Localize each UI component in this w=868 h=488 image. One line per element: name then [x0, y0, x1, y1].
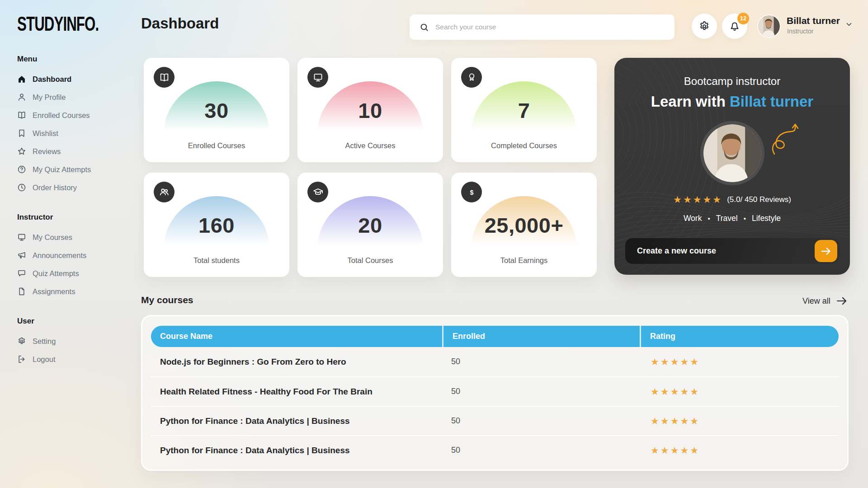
sidebar-item-announcements[interactable]: Announcements — [17, 246, 123, 264]
course-enrolled-cell: 50 — [442, 446, 640, 455]
sidebar-item-wishlist[interactable]: Wishlist — [17, 124, 123, 142]
sidebar-item-assignments[interactable]: Assignments — [17, 282, 123, 300]
rating-text: (5.0/ 450 Reviews) — [727, 195, 791, 204]
user-icon — [17, 93, 26, 102]
bullet-separator: • — [744, 215, 746, 222]
course-row[interactable]: Node.js for Beginners : Go From Zero to … — [151, 347, 839, 376]
course-enrolled-cell: 50 — [442, 416, 640, 426]
stat-card-total-students: 160 Total students — [144, 173, 289, 277]
user-role: Instructor — [787, 28, 813, 35]
file-icon — [17, 287, 26, 296]
stat-value: 30 — [144, 98, 289, 123]
tag-lifestyle: Lifestyle — [752, 214, 781, 223]
chevron-down-icon — [845, 20, 853, 28]
stat-label: Completed Courses — [451, 141, 597, 150]
grad-cap-icon — [307, 182, 328, 202]
sidebar-item-logout[interactable]: Logout — [17, 350, 123, 368]
stat-card-enrolled-courses: 30 Enrolled Courses — [144, 58, 289, 162]
gear-icon — [698, 20, 710, 32]
svg-text:$: $ — [470, 189, 473, 196]
dollar-icon: $ — [461, 182, 482, 202]
stat-value: 10 — [297, 98, 443, 123]
sidebar-item-my-courses[interactable]: My Courses — [17, 228, 123, 246]
create-course-button[interactable]: Create a new course — [625, 238, 840, 264]
sidebar-heading-menu: Menu — [17, 55, 123, 64]
stat-card-completed-courses: 7 Completed Courses — [451, 58, 597, 162]
instructor-name-highlight: Billat turner — [730, 93, 813, 110]
courses-table: Course Name Enrolled Rating Node.js for … — [141, 315, 849, 471]
course-rating-stars: ★★★★★ — [640, 357, 839, 367]
star-icon — [17, 147, 26, 156]
course-name-cell: Node.js for Beginners : Go From Zero to … — [151, 357, 442, 367]
stat-label: Enrolled Courses — [144, 141, 289, 150]
column-header-enrolled: Enrolled — [442, 326, 640, 347]
panel-heading: Learn with Billat turner — [614, 93, 850, 110]
sidebar-item-setting[interactable]: Setting — [17, 332, 123, 350]
notifications-button[interactable]: 12 — [722, 14, 747, 39]
table-header: Course Name Enrolled Rating — [151, 326, 839, 347]
stat-label: Total students — [144, 256, 289, 265]
stat-value: 160 — [144, 213, 289, 238]
monitor-icon — [17, 233, 26, 242]
user-avatar — [758, 15, 780, 37]
sidebar-item-order-history[interactable]: Order History — [17, 178, 123, 197]
chat-icon — [17, 269, 26, 278]
panel-rating: ★★★★★ (5.0/ 450 Reviews) — [614, 194, 850, 205]
sidebar-heading-instructor: Instructor — [17, 213, 123, 222]
help-circle-icon — [17, 165, 26, 174]
bullet-separator: • — [708, 215, 710, 222]
sidebar-item-quiz-attempts[interactable]: Quiz Attempts — [17, 264, 123, 282]
sidebar-item-dashboard[interactable]: Dashboard — [17, 70, 123, 88]
stat-value: 20 — [297, 213, 443, 238]
sidebar-item-reviews[interactable]: Reviews — [17, 142, 123, 160]
sidebar-nav: Menu Dashboard My Profile Enrolled Cours… — [17, 55, 123, 368]
table-body: Node.js for Beginners : Go From Zero to … — [151, 347, 839, 465]
award-icon — [461, 67, 482, 88]
monitor-icon — [307, 67, 328, 88]
squiggle-arrow-icon — [770, 118, 801, 160]
megaphone-icon — [17, 251, 26, 260]
course-name-cell: Health Related Fitness - Healthy Food Fo… — [151, 387, 442, 397]
sidebar-item-my-profile[interactable]: My Profile — [17, 88, 123, 106]
column-header-course-name: Course Name — [151, 332, 442, 341]
course-rating-stars: ★★★★★ — [640, 416, 839, 427]
gear-icon — [17, 337, 26, 346]
view-all-link[interactable]: View all — [802, 295, 848, 307]
sidebar: STUDYINFO. Menu Dashboard My Profile Enr… — [17, 0, 123, 385]
brand-logo[interactable]: STUDYINFO. — [17, 13, 115, 36]
stat-card-total-earnings: $ 25,000+ Total Earnings — [451, 173, 597, 277]
sidebar-item-my-quiz-attempts[interactable]: My Quiz Attempts — [17, 160, 123, 178]
users-icon — [154, 182, 175, 202]
sidebar-item-enrolled-courses[interactable]: Enrolled Courses — [17, 106, 123, 124]
logout-icon — [17, 355, 26, 364]
course-row[interactable]: Python for Finance : Data Analytics | Bu… — [151, 406, 839, 435]
course-rating-stars: ★★★★★ — [640, 386, 839, 397]
stat-label: Total Courses — [297, 256, 443, 265]
bookmark-icon — [17, 129, 26, 138]
stat-value: 7 — [451, 98, 597, 123]
course-enrolled-cell: 50 — [442, 357, 640, 366]
course-row[interactable]: Python for Finance : Data Analytics | Bu… — [151, 435, 839, 465]
search-bar — [410, 14, 675, 40]
tag-work: Work — [684, 214, 702, 223]
course-name-cell: Python for Finance : Data Analytics | Bu… — [151, 416, 442, 426]
search-icon — [420, 23, 429, 32]
settings-button[interactable] — [692, 14, 717, 39]
rating-stars: ★★★★★ — [673, 194, 722, 205]
book-open-icon — [154, 67, 175, 88]
stat-card-active-courses: 10 Active Courses — [297, 58, 443, 162]
stat-card-total-courses: 20 Total Courses — [297, 173, 443, 277]
instructor-avatar — [703, 124, 761, 182]
course-rating-stars: ★★★★★ — [640, 445, 839, 456]
home-icon — [17, 75, 26, 84]
course-enrolled-cell: 50 — [442, 387, 640, 396]
course-row[interactable]: Health Related Fitness - Healthy Food Fo… — [151, 376, 839, 406]
search-input[interactable] — [435, 23, 675, 31]
courses-section-title: My courses — [141, 295, 193, 305]
stats-grid: 30 Enrolled Courses 10 Active Courses 7 … — [144, 58, 597, 277]
panel-tags: Work•Travel•Lifestyle — [614, 214, 850, 223]
course-name-cell: Python for Finance : Data Analytics | Bu… — [151, 446, 442, 455]
arrow-right-icon — [836, 295, 848, 307]
stat-label: Active Courses — [297, 141, 443, 150]
clock-icon — [17, 183, 26, 192]
